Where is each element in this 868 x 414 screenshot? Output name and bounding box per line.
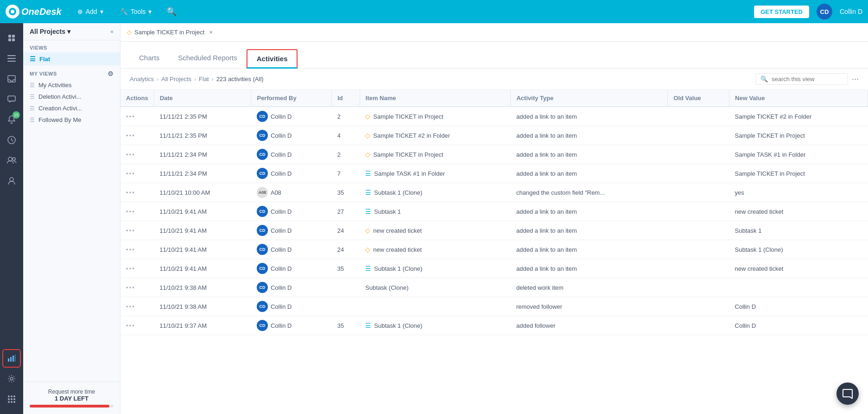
sidebar-item-inbox[interactable]	[2, 70, 21, 88]
cell-item-name: ◇new created ticket	[360, 221, 511, 240]
avatar: CD	[257, 301, 268, 312]
all-projects-selector[interactable]: All Projects ▾	[30, 28, 70, 35]
cell-id	[332, 278, 360, 297]
col-id: Id	[332, 90, 360, 107]
user-name[interactable]: Collin D	[840, 8, 862, 15]
row-dot-1: •	[126, 246, 128, 253]
sidebar-view-item[interactable]: ☰Creation Activi...	[23, 102, 120, 114]
cell-item-name: Subtask (Clone)	[360, 278, 511, 297]
sidebar-item-clock[interactable]	[2, 131, 21, 149]
add-button[interactable]: ⊕ Add ▾	[73, 5, 108, 18]
more-options-button[interactable]: ···	[852, 74, 859, 84]
tools-chevron-icon: ▾	[148, 8, 152, 15]
row-actions[interactable]: •••	[126, 189, 148, 196]
cell-actions: •••	[120, 107, 154, 126]
avatar: CD	[257, 282, 268, 293]
tab-scheduled-reports[interactable]: Scheduled Reports	[169, 48, 247, 69]
ticket-tab-icon: ◇	[127, 29, 132, 36]
tab-charts[interactable]: Charts	[130, 48, 169, 69]
row-actions[interactable]: •••	[126, 208, 148, 215]
tab-close-button[interactable]: ×	[209, 29, 213, 36]
svg-point-24	[11, 398, 13, 400]
cell-new-value: Subtask 1	[729, 221, 868, 240]
breadcrumb-sep-2: ›	[194, 76, 196, 83]
cell-date: 11/10/21 9:41 AM	[154, 240, 251, 259]
avatar: A08	[257, 187, 268, 198]
get-started-button[interactable]: GET STARTED	[754, 6, 809, 18]
sidebar-item-analytics[interactable]	[2, 349, 21, 368]
breadcrumb-analytics[interactable]: Analytics	[130, 76, 154, 83]
sidebar-view-item[interactable]: ☰My Activities	[23, 79, 120, 91]
time-progress-bar	[30, 405, 114, 408]
performed-by-cell: CD Collin D	[257, 206, 326, 217]
avatar: CD	[257, 130, 268, 141]
search-input[interactable]	[772, 76, 836, 83]
row-dot-3: •	[132, 208, 134, 215]
row-dot-1: •	[126, 113, 128, 120]
row-actions[interactable]: •••	[126, 151, 148, 158]
row-actions[interactable]: •••	[126, 227, 148, 234]
row-actions[interactable]: •••	[126, 322, 148, 329]
row-actions[interactable]: •••	[126, 113, 148, 120]
row-actions[interactable]: •••	[126, 265, 148, 272]
table-row: ••• 11/11/21 2:35 PM CD Collin D 2 ◇Samp…	[120, 107, 868, 126]
list-icon: ☰	[30, 55, 36, 63]
table-row: ••• 11/10/21 9:41 AM CD Collin D 27 ☰Sub…	[120, 202, 868, 221]
svg-point-26	[8, 401, 10, 403]
user-avatar[interactable]: CD	[817, 4, 832, 19]
main-content: ◇ Sample TICKET in Project × Charts Sche…	[120, 23, 868, 414]
task-icon: ☰	[365, 170, 371, 177]
cell-actions: •••	[120, 183, 154, 202]
cell-old-value	[668, 259, 729, 278]
cell-activity-type: deleted work item	[511, 278, 668, 297]
row-actions[interactable]: •••	[126, 284, 148, 291]
tools-button[interactable]: 🔧 Tools ▾	[115, 5, 157, 18]
cell-performed-by: A08 A08	[251, 183, 332, 202]
sidebar-item-notifications[interactable]: 15	[2, 110, 21, 129]
col-performed-by: Performed By	[251, 90, 332, 107]
ticket-icon: ◇	[365, 113, 370, 120]
tab-activities[interactable]: Activities	[247, 49, 298, 69]
search-icon[interactable]: 🔍	[164, 4, 179, 19]
task-icon: ☰	[365, 322, 371, 329]
sidebar-view-item[interactable]: ☰Followed By Me	[23, 114, 120, 126]
cell-date: 11/10/21 9:41 AM	[154, 221, 251, 240]
cell-item-name: ☰Subtask 1 (Clone)	[360, 183, 511, 202]
col-date: Date	[154, 90, 251, 107]
performed-by-cell: CD Collin D	[257, 320, 326, 331]
sidebar-collapse-button[interactable]: «	[110, 28, 114, 35]
cell-id: 24	[332, 221, 360, 240]
ticket-icon: ◇	[365, 151, 370, 158]
item-name-cell: ◇Sample TICKET in Project	[365, 151, 505, 158]
left-icon-bar: 15	[0, 23, 23, 414]
sidebar-item-messages[interactable]	[2, 90, 21, 108]
sidebar-view-item[interactable]: ☰Deletion Activi...	[23, 91, 120, 102]
sidebar-item-home[interactable]	[2, 29, 21, 47]
breadcrumb-flat[interactable]: Flat	[199, 76, 209, 83]
open-tab-label: ◇ Sample TICKET in Project ×	[127, 29, 213, 36]
cell-date: 11/11/21 2:35 PM	[154, 107, 251, 126]
row-actions[interactable]: •••	[126, 303, 148, 310]
row-actions[interactable]: •••	[126, 132, 148, 139]
sidebar-item-users[interactable]	[2, 151, 21, 170]
breadcrumb-all-projects[interactable]: All Projects	[161, 76, 191, 83]
drag-icon: ☰	[30, 82, 35, 89]
my-views-settings-icon[interactable]: ⚙	[108, 70, 114, 77]
row-actions[interactable]: •••	[126, 170, 148, 177]
chat-bubble[interactable]	[836, 382, 859, 405]
logo[interactable]: OneDesk	[6, 5, 62, 19]
item-name-cell: Subtask (Clone)	[365, 284, 505, 291]
row-dot-3: •	[132, 303, 134, 310]
task-icon: ☰	[365, 208, 371, 215]
sidebar-item-list[interactable]	[2, 49, 21, 68]
sidebar-item-grid[interactable]	[2, 390, 21, 408]
svg-point-20	[8, 395, 10, 397]
cell-activity-type: added a link to an item	[511, 126, 668, 145]
sidebar-item-settings[interactable]	[2, 369, 21, 388]
row-actions[interactable]: •••	[126, 246, 148, 253]
sidebar-flat-view[interactable]: ☰ Flat	[23, 52, 120, 65]
cell-id: 27	[332, 202, 360, 221]
sidebar-item-contacts[interactable]	[2, 172, 21, 190]
search-box[interactable]: 🔍	[755, 73, 848, 85]
cell-actions: •••	[120, 164, 154, 183]
